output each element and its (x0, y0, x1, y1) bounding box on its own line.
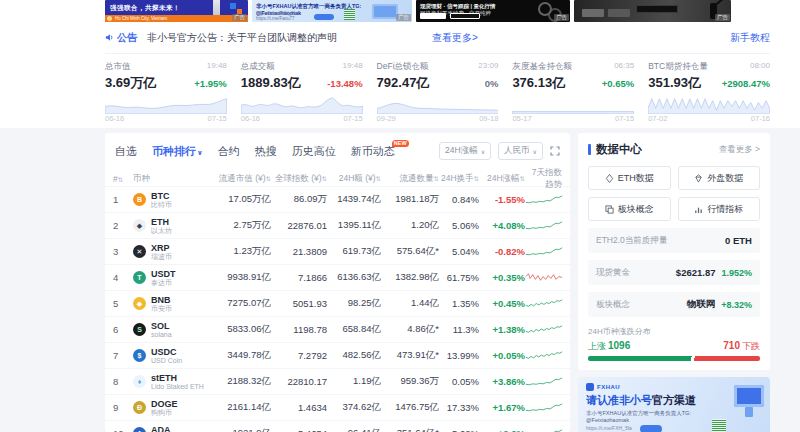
stat-value: 3.69万亿 (105, 74, 156, 92)
range-filter-dropdown[interactable]: 24H涨幅∨ (439, 142, 491, 160)
stat-card[interactable]: 总成交额 19:48 1889.83亿 -13.48% 06-16 07-15 (241, 61, 363, 123)
supply-cell: 1476.75亿 (381, 401, 439, 414)
table-row[interactable]: 10 A ADA艾达币 1921.9亿 5.4654 96.41亿 351.64… (105, 420, 570, 432)
col-24h-change[interactable]: 24H涨幅⇅ (479, 173, 525, 185)
stat-card[interactable]: BTC期货持仓量 08:00 351.93亿 +2908.47% 07-02 0… (648, 61, 770, 123)
market-indicator-button[interactable]: 行情指标 (678, 197, 761, 221)
table-row[interactable]: 1 B BTC比特币 17.05万亿 86.09万 1439.74亿 1981.… (105, 186, 570, 212)
stat-label: 总成交额 (241, 61, 275, 73)
coin-cell[interactable]: ✕ XRP瑞波币 (133, 243, 213, 261)
fullscreen-icon[interactable] (550, 146, 560, 156)
sparkline (525, 375, 563, 388)
stat-card[interactable]: 总市值 19:48 3.69万亿 +1.95% 06-16 07-15 (105, 61, 227, 123)
table-row[interactable]: 7 $ USDCUSD Coin 3449.78亿 7.2792 482.56亿… (105, 342, 570, 368)
data-center-more-link[interactable]: 查看更多 > (719, 144, 760, 156)
sector-concept-button[interactable]: 板块概念 (588, 197, 671, 221)
sparkline (525, 245, 563, 258)
table-row[interactable]: 9 Ð DOGE狗狗币 2161.14亿 1.4634 374.62亿 1476… (105, 394, 570, 420)
table-row[interactable]: 5 ◆ BNB币安币 7275.07亿 5051.93 98.25亿 1.44亿… (105, 290, 570, 316)
announcement-more-link[interactable]: 查看更多> (432, 31, 478, 45)
stat-label: 灰度基金持仓额 (512, 61, 572, 73)
table-row[interactable]: 6 S SOLsolana 5833.06亿 1198.78 658.84亿 4… (105, 316, 570, 342)
coin-name: 狗狗币 (151, 409, 178, 417)
ad-banner-3[interactable]: 现货理财 · 信号跟踪 | 量化行情 网格套利零手续费 · 交易纯粹 广告 (416, 0, 570, 22)
stat-change: +2908.47% (722, 78, 770, 89)
stat-date-to: 07-15 (208, 114, 227, 123)
coin-cell[interactable]: ◆ BNB币安币 (133, 295, 213, 313)
coin-icon: A (133, 427, 146, 432)
coin-cell[interactable]: A ADA艾达币 (133, 425, 213, 432)
table-row[interactable]: 2 ◆ ETH以太坊 2.75万亿 22876.01 1395.11亿 1.20… (105, 212, 570, 238)
tab-coin-ranking[interactable]: 币种排行∨ (152, 144, 203, 159)
decor-bar (636, 5, 678, 13)
stat-date-from: 06-16 (241, 114, 260, 123)
outer-market-button[interactable]: 外盘数据 (678, 166, 761, 190)
eth-icon (605, 174, 614, 183)
eth-data-button[interactable]: ETH数据 (588, 166, 671, 190)
coin-cell[interactable]: ◆ ETH以太坊 (133, 217, 213, 235)
stat-time: 06:35 (614, 61, 634, 73)
col-global-index[interactable]: 全球指数 (¥)⇅ (271, 173, 327, 185)
table-row[interactable]: 3 ✕ XRP瑞波币 1.23万亿 21.3809 619.73亿 575.64… (105, 238, 570, 264)
sidebar-ad-banner[interactable]: FXHAU 请认准非小号官方渠道 非小号FXHAU认准官方唯一商务负责人TG: … (578, 377, 770, 432)
turnover-cell: 13.99% (439, 350, 479, 361)
banner-button[interactable] (314, 14, 334, 20)
ad-banner-1[interactable]: 强强联合，共探未来！ Ho Chi Minh City, Vietnam 广告 (105, 0, 248, 22)
col-supply[interactable]: 流通数量⇅ (381, 173, 439, 185)
ad-banner-4[interactable]: 广告 (574, 0, 731, 22)
coin-cell[interactable]: ♦ stETHLido Staked ETH (133, 373, 213, 391)
global-index-cell: 86.09万 (271, 193, 327, 206)
tab-contracts[interactable]: 合约 (218, 144, 240, 159)
ad-banner-2[interactable]: 非小号FXHAU认准官方唯一商务负责人TG: @Feixiaohaomak ht… (252, 0, 412, 22)
tutorial-link[interactable]: 新手教程 (730, 31, 770, 45)
currency-dropdown[interactable]: 人民币∨ (498, 142, 543, 160)
eth2-staking-row[interactable]: ETH2.0当前质押量 0 ETH (588, 228, 760, 253)
turnover-cell: 5.06% (439, 220, 479, 231)
stat-card[interactable]: 灰度基金持仓额 06:35 376.13亿 +0.65% 05-17 07-15 (512, 61, 634, 123)
coin-cell[interactable]: Ð DOGE狗狗币 (133, 399, 213, 417)
stat-change: 0% (485, 78, 499, 89)
supply-cell: 4.86亿* (381, 323, 439, 336)
ad-button[interactable] (640, 425, 662, 432)
mini-area-chart (648, 93, 770, 114)
col-market-cap[interactable]: 流通市值 (¥)⇅ (213, 173, 271, 185)
tab-historic-high[interactable]: 历史高位 (292, 144, 336, 159)
stat-card[interactable]: DeFi总锁仓额 23:09 792.47亿 0% 09-29 09-18 (377, 61, 499, 123)
rank-cell: 9 (113, 402, 133, 413)
table-row[interactable]: 8 ♦ stETHLido Staked ETH 2188.32亿 22810.… (105, 368, 570, 394)
tab-watchlist[interactable]: 自选 (115, 144, 137, 159)
tab-hot-search[interactable]: 热搜 (255, 144, 277, 159)
table-header: #⇅ 币种 流通市值 (¥)⇅ 全球指数 (¥)⇅ 24H额 (¥)⇅ 流通数量… (105, 167, 570, 186)
coin-cell[interactable]: T USDT泰达币 (133, 269, 213, 287)
chevron-down-icon: ∨ (197, 149, 203, 156)
stat-change: +0.65% (602, 78, 635, 89)
stat-date-from: 07-02 (648, 114, 667, 123)
banner-text: 强强联合，共探未来！ (110, 4, 180, 13)
supply-cell: 575.64亿* (381, 245, 439, 258)
ad-tag: 广告 (715, 14, 730, 21)
col-rank[interactable]: #⇅ (113, 174, 133, 184)
device-illustration (734, 385, 764, 407)
tab-new-coins[interactable]: 新币动态NEW (351, 144, 395, 159)
market-cap-cell: 3449.78亿 (213, 349, 271, 362)
table-row[interactable]: 4 T USDT泰达币 9938.91亿 7.1866 6136.63亿 138… (105, 264, 570, 290)
col-24h-volume[interactable]: 24H额 (¥)⇅ (327, 173, 381, 185)
col-turnover[interactable]: 24H换手⇅ (439, 173, 479, 185)
coin-cell[interactable]: $ USDCUSD Coin (133, 347, 213, 365)
sector-concept-row[interactable]: 板块概念 物联网 +8.32% (588, 292, 760, 317)
coin-icon: ◆ (133, 297, 146, 310)
coin-symbol: ADA (151, 425, 172, 432)
stat-value: 351.93亿 (648, 74, 701, 92)
coin-name: USD Coin (151, 357, 182, 365)
stat-date-from: 06-16 (105, 114, 124, 123)
sort-icon: ⇅ (118, 176, 123, 183)
announcement-text[interactable]: 非小号官方公告：关于平台团队调整的声明 (147, 31, 337, 45)
supply-cell: 1382.98亿 (381, 271, 439, 284)
sparkline (525, 271, 563, 284)
sparkline (525, 297, 563, 310)
coin-cell[interactable]: S SOLsolana (133, 321, 213, 339)
global-index-cell: 5051.93 (271, 298, 327, 309)
coin-icon: S (133, 323, 146, 336)
spot-gold-row[interactable]: 现货黄金 $2621.87 1.952% (588, 260, 760, 285)
coin-cell[interactable]: B BTC比特币 (133, 191, 213, 209)
